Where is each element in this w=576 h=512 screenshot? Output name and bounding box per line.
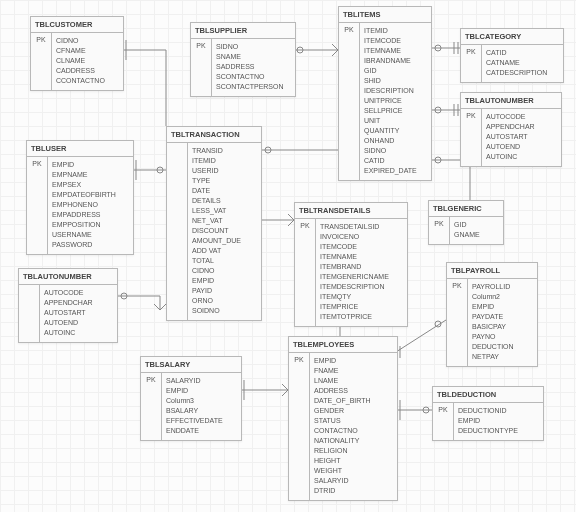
column: AUTOCODE <box>44 288 93 298</box>
column: PASSWORD <box>52 240 116 250</box>
svg-point-3 <box>435 157 441 163</box>
column: Column3 <box>166 396 223 406</box>
column: APPENDCHAR <box>44 298 93 308</box>
column: SCONTACTNO <box>216 72 284 82</box>
column: ORNO <box>192 296 241 306</box>
column: EMPDATEOFBIRTH <box>52 190 116 200</box>
column: SIDNO <box>216 42 284 52</box>
column: GNAME <box>454 230 480 240</box>
column: ITEMBRAND <box>320 262 389 272</box>
entity-tblitems[interactable]: TBLITEMSPKITEMIDITEMCODEITEMNAMEIBRANDNA… <box>338 6 432 181</box>
column-list: CATIDCATNAMECATDESCRIPTION <box>482 45 552 82</box>
column: ITEMPRICE <box>320 302 389 312</box>
column: ITEMNAME <box>364 46 417 56</box>
column: ITEMCODE <box>364 36 417 46</box>
entity-tbltransaction[interactable]: TBLTRANSACTIONTRANSIDITEMIDUSERIDTYPEDAT… <box>166 126 262 321</box>
pk-column: PK <box>27 157 48 254</box>
column: EMPPOSITION <box>52 220 116 230</box>
column-list: EMPIDFNAMELNAMEADDRESSDATE_OF_BIRTHGENDE… <box>310 353 376 500</box>
column: CADDRESS <box>56 66 105 76</box>
column: USERID <box>192 166 241 176</box>
svg-point-0 <box>297 47 303 53</box>
column: EMPHONENO <box>52 200 116 210</box>
column: ITEMID <box>364 26 417 36</box>
pk-column: PK <box>289 353 310 500</box>
column: ITEMDESCRIPTION <box>320 282 389 292</box>
column-list: TRANSDETAILSIDINVOICENOITEMCODEITEMNAMEI… <box>316 219 394 326</box>
entity-tbldeduction[interactable]: TBLDEDUCTIONPKDEDUCTIONIDEMPIDDEDUCTIONT… <box>432 386 544 441</box>
column: ITEMQTY <box>320 292 389 302</box>
column: EXPIRED_DATE <box>364 166 417 176</box>
column: DATE <box>192 186 241 196</box>
column: QUANTITY <box>364 126 417 136</box>
column: LNAME <box>314 376 371 386</box>
column-list: GIDGNAME <box>450 217 485 244</box>
column: ITEMGENERICNAME <box>320 272 389 282</box>
column: EMPID <box>472 302 514 312</box>
column: Column2 <box>472 292 514 302</box>
column: AUTOCODE <box>486 112 535 122</box>
column: DEDUCTIONTYPE <box>458 426 518 436</box>
column: AMOUNT_DUE <box>192 236 241 246</box>
column: SALARYID <box>314 476 371 486</box>
pk-column: PK <box>191 39 212 96</box>
column: ADD VAT <box>192 246 241 256</box>
column: CIDNO <box>56 36 105 46</box>
column: AUTOSTART <box>486 132 535 142</box>
pk-column <box>19 285 40 342</box>
entity-title: TBLTRANSACTION <box>167 127 261 143</box>
column: AUTOINC <box>44 328 93 338</box>
entity-title: TBLAUTONUMBER <box>461 93 561 109</box>
entity-tblcustomer[interactable]: TBLCUSTOMERPKCIDNOCFNAMECLNAMECADDRESSCC… <box>30 16 124 91</box>
entity-title: TBLAUTONUMBER <box>19 269 117 285</box>
entity-tblautonumber_l[interactable]: TBLAUTONUMBERAUTOCODEAPPENDCHARAUTOSTART… <box>18 268 118 343</box>
svg-point-4 <box>157 167 163 173</box>
pk-column: PK <box>461 45 482 82</box>
column: PAYID <box>192 286 241 296</box>
column: CATNAME <box>486 58 547 68</box>
pk-column: PK <box>433 403 454 440</box>
column: EMPADDRESS <box>52 210 116 220</box>
column: DTRID <box>314 486 371 496</box>
column: CATID <box>486 48 547 58</box>
column: EMPID <box>52 160 116 170</box>
pk-column: PK <box>141 373 162 440</box>
column: ADDRESS <box>314 386 371 396</box>
column: SCONTACTPERSON <box>216 82 284 92</box>
entity-tblcategory[interactable]: TBLCATEGORYPKCATIDCATNAMECATDESCRIPTION <box>460 28 564 83</box>
column: USERNAME <box>52 230 116 240</box>
entity-tbluser[interactable]: TBLUSERPKEMPIDEMPNAMEEMPSEXEMPDATEOFBIRT… <box>26 140 134 255</box>
pk-column: PK <box>429 217 450 244</box>
column: AUTOSTART <box>44 308 93 318</box>
column: DETAILS <box>192 196 241 206</box>
column: CONTACTNO <box>314 426 371 436</box>
column-list: SIDNOSNAMESADDRESSSCONTACTNOSCONTACTPERS… <box>212 39 289 96</box>
column: CCONTACTNO <box>56 76 105 86</box>
entity-tblautonumber_r[interactable]: TBLAUTONUMBERPKAUTOCODEAPPENDCHARAUTOSTA… <box>460 92 562 167</box>
column: NATIONALITY <box>314 436 371 446</box>
entity-tblgeneric[interactable]: TBLGENERICPKGIDGNAME <box>428 200 504 245</box>
column-list: TRANSIDITEMIDUSERIDTYPEDATEDETAILSLESS_V… <box>188 143 246 320</box>
column: UNITPRICE <box>364 96 417 106</box>
entity-tbltransdetails[interactable]: TBLTRANSDETAILSPKTRANSDETAILSIDINVOICENO… <box>294 202 408 327</box>
column: PAYROLLID <box>472 282 514 292</box>
column: ENDDATE <box>166 426 223 436</box>
svg-point-6 <box>121 293 127 299</box>
column: RELIGION <box>314 446 371 456</box>
column: SELLPRICE <box>364 106 417 116</box>
column: CIDNO <box>192 266 241 276</box>
entity-tblpayroll[interactable]: TBLPAYROLLPKPAYROLLIDColumn2EMPIDPAYDATE… <box>446 262 538 367</box>
column: SOIDNO <box>192 306 241 316</box>
column-list: CIDNOCFNAMECLNAMECADDRESSCCONTACTNO <box>52 33 110 90</box>
entity-tblsalary[interactable]: TBLSALARYPKSALARYIDEMPIDColumn3BSALARYEF… <box>140 356 242 441</box>
entity-title: TBLCUSTOMER <box>31 17 123 33</box>
entity-tblemployees[interactable]: TBLEMPLOYEESPKEMPIDFNAMELNAMEADDRESSDATE… <box>288 336 398 501</box>
column: AUTOEND <box>486 142 535 152</box>
column: EMPSEX <box>52 180 116 190</box>
column: IDESCRIPTION <box>364 86 417 96</box>
entity-tblsupplier[interactable]: TBLSUPPLIERPKSIDNOSNAMESADDRESSSCONTACTN… <box>190 22 296 97</box>
column: GID <box>364 66 417 76</box>
svg-point-2 <box>435 107 441 113</box>
column: ITEMCODE <box>320 242 389 252</box>
entity-title: TBLPAYROLL <box>447 263 537 279</box>
